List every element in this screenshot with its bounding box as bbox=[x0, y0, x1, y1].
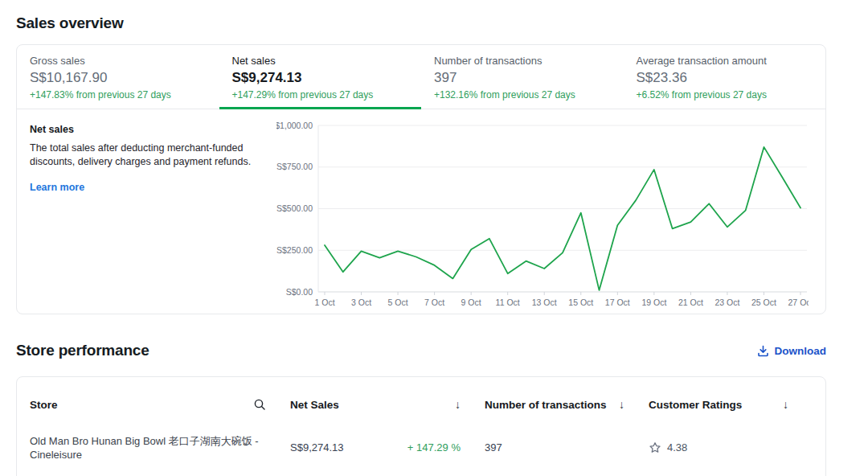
svg-text:13 Oct: 13 Oct bbox=[532, 298, 557, 307]
svg-text:19 Oct: 19 Oct bbox=[641, 298, 666, 307]
tab-net-sales[interactable]: Net sales S$9,274.13 +147.29% from previ… bbox=[219, 45, 422, 109]
sort-icon-transactions[interactable]: ↓ bbox=[619, 398, 624, 411]
svg-text:5 Oct: 5 Oct bbox=[388, 298, 408, 307]
metric-label: Number of transactions bbox=[434, 55, 611, 68]
rating-value: 4.38 bbox=[667, 441, 687, 453]
page-title: Sales overview bbox=[16, 14, 826, 32]
metric-label: Gross sales bbox=[30, 55, 207, 68]
sort-icon-ratings[interactable]: ↓ bbox=[783, 398, 788, 411]
table-row[interactable]: Old Man Bro Hunan Big Bowl 老口子湖南大碗饭 - Ci… bbox=[30, 434, 813, 461]
svg-text:17 Oct: 17 Oct bbox=[605, 298, 630, 307]
metric-value: S$9,274.13 bbox=[232, 69, 409, 86]
metric-value: 397 bbox=[434, 69, 611, 86]
column-label: Customer Ratings bbox=[649, 399, 742, 411]
transactions-cell: 397 bbox=[485, 434, 649, 461]
metric-delta: +132.16% from previous 27 days bbox=[434, 89, 611, 101]
metric-delta: +147.83% from previous 27 days bbox=[30, 89, 207, 101]
search-icon[interactable] bbox=[253, 398, 266, 411]
metric-description-heading: Net sales bbox=[30, 124, 260, 135]
tab-average-transaction-amount[interactable]: Average transaction amount S$23.36 +6.52… bbox=[624, 45, 826, 109]
net-sales-cell: S$9,274.13 + 147.29 % bbox=[290, 434, 485, 461]
svg-text:23 Oct: 23 Oct bbox=[714, 298, 739, 307]
store-name-cell: Old Man Bro Hunan Big Bowl 老口子湖南大碗饭 - Ci… bbox=[30, 434, 290, 461]
svg-text:S$250.00: S$250.00 bbox=[276, 245, 313, 255]
net-sales-delta: + 147.29 % bbox=[407, 441, 461, 453]
rating-cell: 4.38 bbox=[649, 434, 813, 461]
metric-description-panel: Net sales The total sales after deductin… bbox=[17, 109, 276, 314]
svg-text:15 Oct: 15 Oct bbox=[568, 298, 593, 307]
svg-text:25 Oct: 25 Oct bbox=[751, 298, 776, 307]
svg-text:3 Oct: 3 Oct bbox=[351, 298, 371, 307]
metric-value: S$10,167.90 bbox=[30, 69, 207, 86]
svg-text:9 Oct: 9 Oct bbox=[461, 298, 481, 307]
svg-text:7 Oct: 7 Oct bbox=[424, 298, 444, 307]
column-label: Number of transactions bbox=[485, 399, 607, 411]
metric-delta: +147.29% from previous 27 days bbox=[232, 89, 409, 101]
metric-value: S$23.36 bbox=[637, 69, 813, 86]
svg-text:11 Oct: 11 Oct bbox=[496, 298, 520, 307]
line-chart-svg: S$0.00S$250.00S$500.00S$750.00S$1,000.00… bbox=[276, 122, 809, 309]
svg-text:1 Oct: 1 Oct bbox=[314, 298, 334, 307]
dashboard-page: Sales overview Gross sales S$10,167.90 +… bbox=[16, 0, 826, 476]
svg-text:27 Oct: 27 Oct bbox=[788, 298, 809, 307]
metric-label: Net sales bbox=[232, 55, 409, 68]
svg-text:21 Oct: 21 Oct bbox=[678, 298, 703, 307]
learn-more-link[interactable]: Learn more bbox=[30, 182, 84, 193]
svg-text:S$0.00: S$0.00 bbox=[286, 286, 313, 296]
tab-number-of-transactions[interactable]: Number of transactions 397 +132.16% from… bbox=[421, 45, 624, 109]
store-performance-card: Store Net Sales ↓ Number of transactions… bbox=[16, 376, 826, 476]
net-sales-line-chart: S$0.00S$250.00S$500.00S$750.00S$1,000.00… bbox=[276, 122, 825, 314]
tab-gross-sales[interactable]: Gross sales S$10,167.90 +147.83% from pr… bbox=[17, 45, 219, 109]
store-performance-title: Store performance bbox=[16, 342, 149, 359]
column-header-net-sales: Net Sales ↓ bbox=[290, 398, 485, 411]
svg-text:S$500.00: S$500.00 bbox=[276, 203, 313, 213]
metric-delta: +6.52% from previous 27 days bbox=[637, 89, 813, 101]
svg-text:S$750.00: S$750.00 bbox=[276, 162, 313, 171]
column-header-transactions: Number of transactions ↓ bbox=[485, 398, 649, 411]
download-label: Download bbox=[775, 345, 827, 357]
net-sales-value: S$9,274.13 bbox=[290, 441, 344, 453]
overview-card-body: Net sales The total sales after deductin… bbox=[17, 109, 825, 314]
store-performance-header: Store performance Download bbox=[16, 342, 826, 359]
star-icon bbox=[649, 441, 661, 454]
column-header-store: Store bbox=[30, 398, 290, 411]
column-header-ratings: Customer Ratings ↓ bbox=[649, 398, 813, 411]
metric-description-text: The total sales after deducting merchant… bbox=[30, 142, 260, 170]
table-header-row: Store Net Sales ↓ Number of transactions… bbox=[30, 398, 813, 411]
metric-label: Average transaction amount bbox=[637, 55, 813, 68]
metric-tabs: Gross sales S$10,167.90 +147.83% from pr… bbox=[17, 45, 825, 109]
download-icon bbox=[757, 345, 769, 357]
svg-text:S$1,000.00: S$1,000.00 bbox=[276, 122, 313, 130]
sales-overview-card: Gross sales S$10,167.90 +147.83% from pr… bbox=[16, 44, 826, 314]
sort-icon-net-sales[interactable]: ↓ bbox=[455, 398, 461, 411]
download-button[interactable]: Download bbox=[757, 345, 827, 357]
column-label: Store bbox=[30, 399, 58, 411]
column-label: Net Sales bbox=[290, 399, 339, 411]
